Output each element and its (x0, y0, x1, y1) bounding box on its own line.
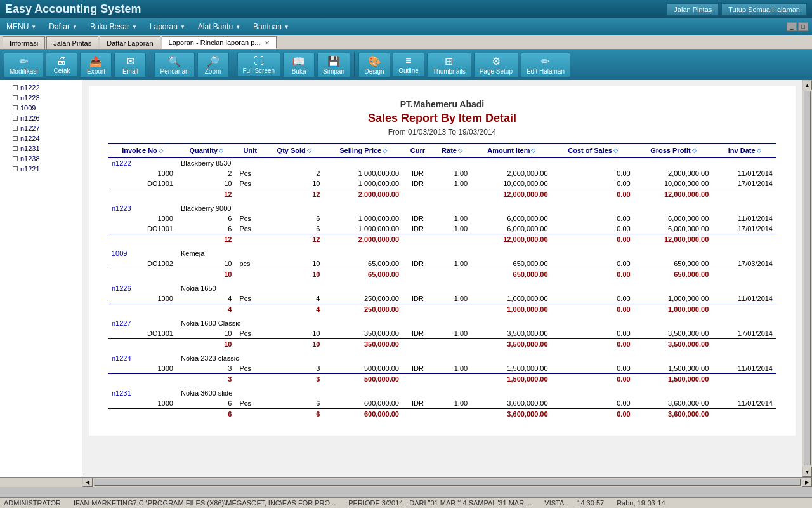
tab-daftar-laporan[interactable]: Daftar Laporan (100, 36, 160, 49)
email-icon: ✉ (126, 55, 134, 67)
item-name: Blackberry 9000 (177, 203, 776, 213)
h-scrollbar[interactable]: ◀ ▶ (82, 478, 812, 487)
cell-amount-item: 3,600,000.00 (471, 398, 551, 409)
buka-button[interactable]: 📖 Buka (283, 53, 315, 77)
subtotal-date-empty (712, 234, 776, 245)
simpan-button[interactable]: 💾 Simpan (317, 53, 350, 77)
subtotal-row: 4 4 250,000.00 1,000,000.00 0.00 1,000,0… (108, 304, 776, 315)
subtotal-qty-sold: 12 (265, 189, 324, 200)
edit-halaman-button[interactable]: ✏ Edit Halaman (521, 53, 570, 77)
scroll-down-btn[interactable]: ▼ (802, 467, 812, 477)
cell-gross-profit: 3,500,000.00 (634, 328, 713, 339)
menu-daftar[interactable]: Daftar ▼ (43, 20, 84, 34)
status-bar: ADMINISTRATOR IFAN-MARKETING7:C:\PROGRAM… (0, 497, 812, 508)
sidebar-item-n1222[interactable]: n1222 (0, 83, 82, 93)
table-row: DO1002 10 pcs 10 65,000.00 IDR 1.00 650,… (108, 258, 776, 269)
menu-bantuan[interactable]: Bantuan ▼ (247, 20, 296, 34)
cell-cost-of-sales: 0.00 (552, 328, 634, 339)
menu-alat-bantu[interactable]: Alat Bantu ▼ (192, 20, 247, 34)
h-scroll-thumb[interactable] (94, 479, 801, 486)
thumbnails-button[interactable]: ⊞ Thumbnails (427, 53, 471, 77)
toolbar-sep-3 (354, 52, 355, 77)
menu-buku-besar[interactable]: Buku Besar ▼ (84, 20, 143, 34)
cell-unit: Pcs (235, 398, 265, 409)
sort-icon-qtysold: ◇ (307, 147, 311, 154)
cell-rate: 1.00 (433, 224, 471, 234)
th-rate: Rate◇ (433, 144, 471, 157)
zoom-button[interactable]: 🔎 Zoom (197, 53, 229, 77)
tab-jalan-pintas[interactable]: Jalan Pintas (46, 36, 98, 49)
sort-icon-selling: ◇ (383, 147, 387, 154)
sort-icon-amount: ◇ (531, 147, 535, 154)
tab-close-icon[interactable]: ✕ (265, 39, 270, 46)
cell-unit: Pcs (235, 224, 265, 234)
jalan-pintas-btn[interactable]: Jalan Pintas (667, 3, 719, 16)
export-button[interactable]: 📤 Export (80, 53, 112, 77)
fullscreen-icon: ⛶ (254, 55, 264, 67)
tab-informasi[interactable]: Informasi (3, 36, 45, 49)
menu-menu[interactable]: MENU ▼ (0, 20, 43, 34)
simpan-icon: 💾 (327, 55, 340, 67)
report-title: Sales Report By Item Detail (108, 112, 776, 125)
design-button[interactable]: 🎨 Design (358, 53, 390, 77)
sidebar-item-n1231[interactable]: n1231 (0, 144, 82, 154)
cell-unit: Pcs (235, 293, 265, 304)
scroll-thumb[interactable] (804, 91, 811, 465)
buku-arrow: ▼ (132, 24, 137, 30)
subtotal-curr-empty (403, 189, 433, 200)
table-row: n1231 Nokia 3600 slide (108, 388, 776, 398)
cell-amount-item: 1,000,000.00 (471, 293, 551, 304)
page-setup-button[interactable]: ⚙ Page Setup (474, 53, 518, 77)
sidebar-item-1009[interactable]: 1009 (0, 103, 82, 113)
sidebar-item-n1224[interactable]: n1224 (0, 133, 82, 144)
tab-laporan-rincian[interactable]: Laporan - Rincian laporan p... ✕ (162, 36, 277, 49)
alat-arrow: ▼ (235, 24, 240, 30)
maximize-btn[interactable]: □ (798, 22, 808, 31)
sidebar-item-n1226[interactable]: n1226 (0, 113, 82, 123)
menu-laporan[interactable]: Laporan ▼ (143, 20, 192, 34)
item-name: Nokia 3600 slide (177, 388, 776, 398)
cell-qty-sold: 6 (265, 224, 324, 234)
email-button[interactable]: ✉ Email (114, 53, 146, 77)
subtotal-qty: 10 (177, 339, 235, 350)
scroll-up-btn[interactable]: ▲ (802, 80, 812, 90)
cell-curr: IDR (403, 224, 433, 234)
subtotal-date-empty (712, 339, 776, 350)
sidebar-item-n1223[interactable]: n1223 (0, 93, 82, 103)
outline-button[interactable]: ≡ Outline (393, 53, 424, 77)
subtotal-selling-price: 65,000.00 (324, 269, 403, 280)
cell-qty: 6 (177, 224, 235, 234)
cetak-button[interactable]: 🖨 Cetak (46, 53, 77, 77)
subtotal-cos: 0.00 (552, 234, 634, 245)
fullscreen-button[interactable]: ⛶ Full Screen (237, 53, 281, 77)
vertical-scrollbar[interactable]: ▲ ▼ (802, 80, 812, 477)
cell-amount-item: 650,000.00 (471, 258, 551, 269)
sidebar-item-n1227[interactable]: n1227 (0, 123, 82, 133)
cell-qty: 6 (177, 213, 235, 224)
report-area[interactable]: PT.Mahemeru Abadi Sales Report By Item D… (82, 80, 802, 477)
cell-rate: 1.00 (433, 213, 471, 224)
item-name: Nokia 1650 (177, 283, 776, 293)
minimize-btn[interactable]: _ (787, 22, 797, 31)
cell-invoice: 1000 (108, 168, 177, 178)
pencarian-button[interactable]: 🔍 Pencarian (154, 53, 194, 77)
cell-selling-price: 1,000,000.00 (324, 178, 403, 189)
subtotal-date-empty (712, 189, 776, 200)
modifikasi-button[interactable]: ✏ Modifikasi (4, 53, 43, 77)
subtotal-amount-item: 12,000,000.00 (471, 189, 551, 200)
sidebar-item-n1238[interactable]: n1238 (0, 154, 82, 164)
laporan-arrow: ▼ (180, 24, 185, 30)
cell-cost-of-sales: 0.00 (552, 224, 634, 234)
cell-selling-price: 65,000.00 (324, 258, 403, 269)
h-scroll-left-btn[interactable]: ◀ (82, 478, 93, 487)
status-time: 14:30:57 (577, 499, 604, 507)
h-scroll-right-btn[interactable]: ▶ (802, 478, 812, 487)
cell-rate: 1.00 (433, 363, 471, 374)
tutup-semua-btn[interactable]: Tutup Semua Halaman (721, 3, 807, 16)
cell-gross-profit: 6,000,000.00 (634, 224, 713, 234)
status-vista: VISTA (544, 499, 564, 507)
cell-inv-date: 17/03/2014 (712, 258, 776, 269)
menu-bar: MENU ▼ Daftar ▼ Buku Besar ▼ Laporan ▼ A… (0, 18, 812, 35)
subtotal-gp: 1,500,000.00 (634, 374, 713, 385)
sidebar-item-n1221[interactable]: n1221 (0, 164, 82, 174)
